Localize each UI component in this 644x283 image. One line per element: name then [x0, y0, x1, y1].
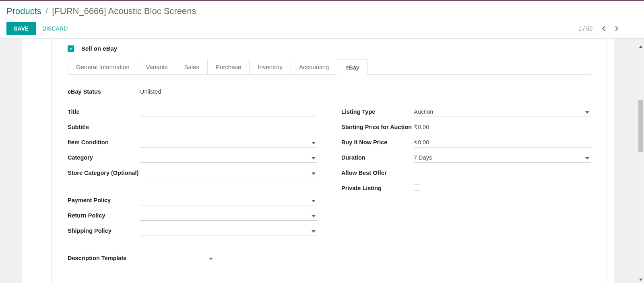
allow-best-offer-label: Allow Best Offer [341, 168, 414, 176]
tab-general-information[interactable]: General Information [68, 59, 138, 74]
breadcrumb-current: [FURN_6666] Acoustic Bloc Screens [52, 6, 196, 16]
tabs: General Information Variants Sales Purch… [68, 59, 591, 75]
listing-type-row: Listing Type [341, 107, 591, 118]
title-label: Title [68, 107, 140, 115]
shipping-policy-label: Shipping Policy [68, 226, 140, 234]
private-listing-label: Private Listing [341, 183, 414, 191]
breadcrumb-separator: / [44, 6, 50, 16]
store-category-select[interactable] [140, 168, 317, 178]
tab-sales[interactable]: Sales [176, 59, 208, 74]
return-policy-label: Return Policy [68, 211, 140, 219]
form-col-left: Title Subtitle Item Cond [68, 107, 317, 269]
form-col-right: Listing Type Starting Price for Auction [341, 107, 591, 269]
ebay-status-row: eBay Status Unlisted [68, 87, 591, 95]
header: Products / [FURN_6666] Acoustic Bloc Scr… [0, 1, 644, 38]
breadcrumb: Products / [FURN_6666] Acoustic Bloc Scr… [6, 6, 638, 16]
store-category-row: Store Category (Optional) [68, 168, 317, 179]
shipping-policy-select[interactable] [140, 226, 317, 236]
category-label: Category [68, 153, 140, 161]
ebay-status-value: Unlisted [140, 87, 591, 95]
save-button[interactable]: SAVE [6, 22, 36, 35]
description-template-row: Description Template [68, 253, 317, 265]
svg-marker-9 [639, 45, 642, 48]
description-template-label: Description Template [68, 253, 130, 261]
starting-price-label: Starting Price for Auction [341, 122, 414, 130]
form-sheet: Sell on eBay General Information Variant… [51, 39, 607, 283]
tab-accounting[interactable]: Accounting [291, 59, 337, 74]
store-category-label: Store Category (Optional) [68, 168, 140, 176]
discard-button[interactable]: DISCARD [42, 25, 68, 32]
pager-count: 1 / 50 [578, 25, 592, 32]
title-row: Title [68, 107, 317, 118]
buy-now-row: Buy It Now Price [341, 137, 591, 149]
tab-inventory[interactable]: Inventory [249, 59, 291, 74]
form-columns: Title Subtitle Item Cond [68, 107, 591, 269]
subtitle-row: Subtitle [68, 122, 317, 133]
scrollbar[interactable] [637, 43, 644, 283]
sell-on-ebay-row: Sell on eBay [68, 39, 591, 59]
tab-content-ebay: eBay Status Unlisted Title Subtitle [68, 75, 591, 269]
duration-select[interactable] [414, 153, 591, 163]
shipping-policy-row: Shipping Policy [68, 226, 317, 237]
subtitle-label: Subtitle [68, 122, 140, 130]
breadcrumb-root[interactable]: Products [6, 6, 41, 16]
return-policy-row: Return Policy [68, 211, 317, 222]
private-listing-checkbox[interactable] [414, 184, 420, 191]
subtitle-input[interactable] [140, 122, 317, 132]
payment-policy-row: Payment Policy [68, 195, 317, 207]
payment-policy-select[interactable] [140, 195, 317, 205]
title-input[interactable] [140, 107, 317, 117]
starting-price-input[interactable] [414, 122, 591, 132]
sell-on-ebay-label: Sell on eBay [81, 45, 117, 52]
actions-row: SAVE DISCARD 1 / 50 [6, 22, 638, 35]
pager-arrows [599, 24, 621, 33]
description-template-select[interactable] [130, 253, 215, 263]
ebay-status-label: eBay Status [68, 87, 140, 95]
buy-now-label: Buy It Now Price [341, 137, 414, 146]
category-select[interactable] [140, 153, 317, 163]
item-condition-label: Item Condition [68, 137, 140, 146]
private-listing-row: Private Listing [341, 183, 591, 195]
actions-left: SAVE DISCARD [6, 22, 68, 35]
content-wrap: Sell on eBay General Information Variant… [0, 39, 644, 283]
tab-purchase[interactable]: Purchase [207, 59, 250, 74]
tab-variants[interactable]: Variants [138, 59, 176, 74]
duration-row: Duration [341, 153, 591, 164]
scroll-up-icon[interactable] [638, 44, 643, 49]
svg-marker-10 [639, 279, 642, 281]
return-policy-select[interactable] [140, 211, 317, 221]
item-condition-select[interactable] [140, 137, 317, 148]
item-condition-row: Item Condition [68, 137, 317, 149]
pager-next-button[interactable] [612, 24, 621, 33]
duration-label: Duration [341, 153, 414, 161]
listing-type-select[interactable] [414, 107, 591, 117]
buy-now-input[interactable] [414, 137, 591, 148]
scroll-thumb[interactable] [638, 100, 643, 152]
content-scroll: Sell on eBay General Information Variant… [22, 39, 614, 283]
sell-on-ebay-checkbox[interactable] [68, 45, 74, 52]
category-row: Category [68, 153, 317, 164]
listing-type-label: Listing Type [341, 107, 414, 115]
allow-best-offer-checkbox[interactable] [414, 169, 420, 175]
pager: 1 / 50 [578, 24, 638, 33]
pager-prev-button[interactable] [599, 24, 609, 33]
allow-best-offer-row: Allow Best Offer [341, 168, 591, 179]
tab-ebay[interactable]: eBay [337, 59, 367, 75]
scroll-down-icon[interactable] [638, 277, 643, 282]
payment-policy-label: Payment Policy [68, 195, 140, 203]
starting-price-row: Starting Price for Auction [341, 122, 591, 133]
